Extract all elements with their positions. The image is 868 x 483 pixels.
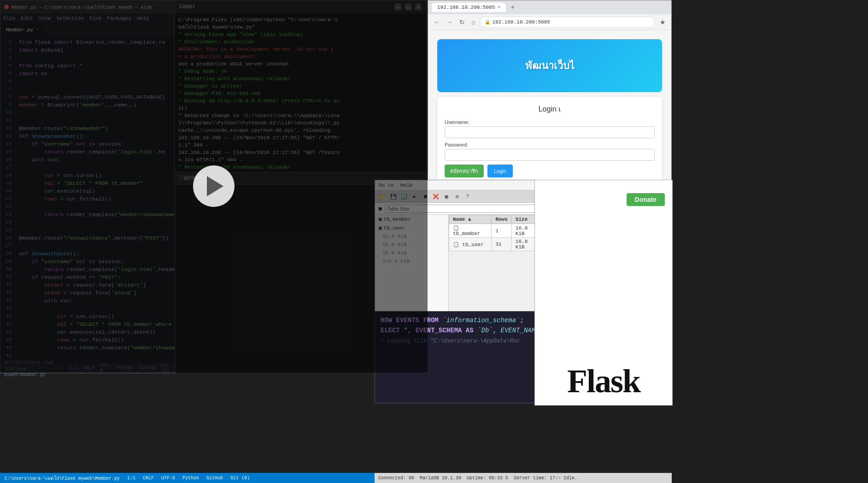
db-icon-8[interactable]: ⚙ (452, 191, 462, 201)
editor-bottom-statusbar: C:\Users\nara-\เนตโป\Flask myweb\Member.… (0, 473, 375, 483)
cell-rows: 1 (492, 224, 511, 238)
status-bar-pos: 1:1 (127, 476, 135, 481)
db-bottom-statusbar: Connected: 00 MariaDB 10.1.30 Uptime: 09… (375, 473, 672, 483)
db-icon-9[interactable]: ? (463, 191, 473, 201)
url-bar[interactable]: 🔒 192.168.10.200:5005 (480, 17, 655, 28)
login-form: Login เ Username: Password: สมัครสมาชิก … (437, 97, 662, 184)
browser-body: พัฒนาเว็บไ Login เ Username: Password: ส… (428, 30, 671, 193)
browser-tab[interactable]: 192.168.10.200:5005 × (432, 3, 506, 12)
play-triangle-icon (207, 176, 223, 196)
db-icon-7[interactable]: ▦ (441, 191, 452, 201)
login-banner: พัฒนาเว็บไ (437, 39, 662, 92)
banner-text: พัฒนาเว็บไ (525, 58, 575, 74)
bookmark-icon[interactable]: ★ (658, 18, 668, 27)
flask-area: Flask Donate (534, 180, 673, 406)
video-overlay[interactable] (0, 0, 428, 372)
col-name[interactable]: Name ▲ (449, 215, 492, 224)
db-servertime: Server time: 17:○ Idle. (514, 476, 577, 481)
password-label: Password: (445, 142, 655, 147)
login-button[interactable]: Login (487, 165, 513, 177)
cell-rows-2: 31 (492, 238, 511, 251)
status-bar-lang: Python (182, 476, 199, 481)
back-button[interactable]: ← (432, 18, 442, 27)
browser-tab-title: 192.168.10.200:5005 (437, 5, 495, 10)
status-bar-git: Git (0) (230, 476, 250, 481)
cell-name-2: 📋 tb_user (449, 238, 492, 251)
register-button[interactable]: สมัครสมาชิก (445, 165, 484, 177)
play-button[interactable] (193, 165, 235, 207)
refresh-button[interactable]: ↻ (457, 18, 467, 27)
browser-controls: ← → ↻ ⌂ 🔒 192.168.10.200:5005 ★ (428, 14, 671, 30)
browser-tab-close-icon[interactable]: × (498, 5, 500, 10)
browser-titlebar: 192.168.10.200:5005 × + (428, 0, 671, 14)
db-mariadb: MariaDB 10.1.30 (420, 476, 461, 481)
form-buttons: สมัครสมาชิก Login (445, 165, 655, 177)
donate-button[interactable]: Donate (627, 193, 665, 206)
db-connected: Connected: 00 (378, 476, 414, 481)
username-input[interactable] (445, 126, 655, 138)
new-tab-icon[interactable]: + (510, 4, 514, 11)
home-button[interactable]: ⌂ (469, 18, 477, 27)
cell-name: 📋 tb_member (449, 224, 492, 238)
status-bar-path: C:\Users\nara-\เนตโป\Flask myweb\Member.… (5, 475, 120, 482)
db-uptime: Uptime: 09:33 h (467, 476, 508, 481)
browser-window: 192.168.10.200:5005 × + ← → ↻ ⌂ 🔒 192.16… (428, 0, 672, 194)
username-label: Username: (445, 119, 655, 125)
lock-icon: 🔒 (485, 19, 490, 25)
flask-logo: Flask (567, 362, 640, 401)
col-rows[interactable]: Rows (492, 215, 511, 224)
password-input[interactable] (445, 149, 655, 161)
login-title: Login เ (445, 103, 655, 115)
url-text: 192.168.10.200:5005 (492, 19, 550, 25)
db-icon-6[interactable]: ❌ (431, 191, 441, 201)
status-bar-encoding: UTF-8 (161, 476, 175, 481)
status-bar-crlf: CRLF (143, 476, 154, 481)
status-bar-github: GitHub (206, 476, 223, 481)
forward-button[interactable]: → (445, 18, 455, 27)
